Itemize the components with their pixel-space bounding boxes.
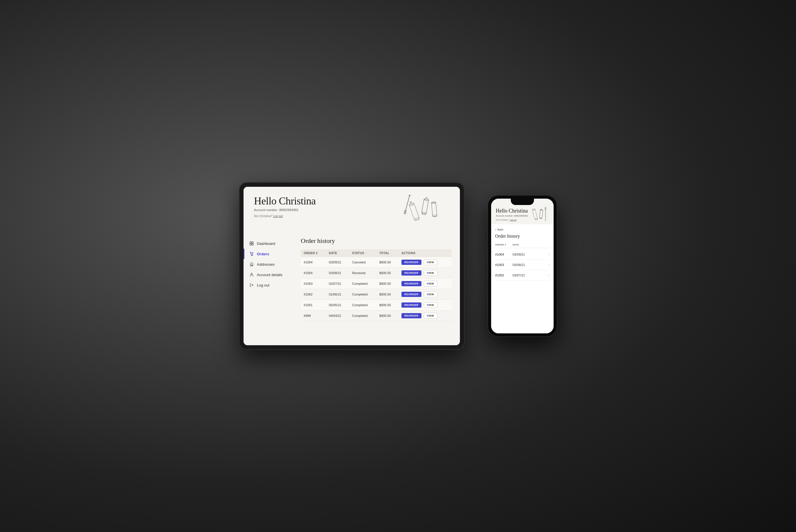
phone-notch: [511, 198, 534, 205]
phone-back-button[interactable]: ‹ Back: [495, 228, 550, 231]
phone-order-number: #1003: [495, 263, 513, 267]
cell-order: #1002: [301, 289, 326, 300]
phone-list-item[interactable]: #1004 03/09/21 ›: [495, 249, 550, 260]
sidebar-label-orders: Orders: [257, 252, 269, 256]
cell-status: Canceled: [349, 257, 376, 268]
sidebar-item-orders[interactable]: Orders: [243, 249, 293, 259]
tablet-page-title: Order history: [301, 237, 452, 245]
reorder-button[interactable]: REORDER: [402, 313, 422, 318]
view-button[interactable]: VIEW: [424, 291, 437, 297]
cell-total: $900.50: [376, 279, 399, 289]
tablet-body: Dashboard Orders: [243, 232, 460, 345]
cell-date: 03/09/21: [326, 257, 349, 268]
phone-illustration: [528, 207, 551, 224]
cell-total: $900.50: [376, 289, 399, 300]
sidebar-label-dashboard: Dashboard: [257, 242, 275, 246]
chevron-right-icon: ›: [549, 252, 550, 256]
cell-order: #1003: [301, 279, 326, 289]
cart-icon: [249, 251, 254, 256]
phone-logout-link[interactable]: Log out: [510, 219, 516, 221]
table-row: #1002 01/06/21 Completed $900.50 REORDER…: [301, 289, 452, 300]
phone-col-date-header: DATE: [513, 244, 550, 246]
table-header-row: ORDER # DATE STATUS TOTAL ACTIONS: [301, 249, 452, 257]
cell-actions: REORDER VIEW: [399, 268, 452, 279]
sidebar-label-logout: Log out: [257, 283, 269, 287]
svg-rect-1: [414, 217, 419, 221]
tablet-logout-link[interactable]: Log out: [273, 214, 283, 218]
col-actions: ACTIONS: [399, 249, 452, 257]
sidebar-item-addresses[interactable]: Addresses: [243, 259, 293, 269]
view-button[interactable]: VIEW: [424, 313, 437, 319]
col-date: DATE: [326, 249, 349, 257]
table-row: #999 04/04/21 Completed $900.50 REORDER …: [301, 310, 452, 321]
tablet-not-you: Not Christina? Log out: [254, 214, 316, 218]
phone-order-date: 03/07/21: [513, 273, 549, 277]
view-button[interactable]: VIEW: [424, 281, 437, 287]
reorder-button[interactable]: REORDER: [402, 260, 422, 265]
sidebar-label-addresses: Addresses: [257, 262, 275, 267]
view-button[interactable]: VIEW: [424, 259, 437, 265]
phone-col-order-header: ORDER #: [495, 244, 513, 246]
cell-date: 04/04/21: [326, 310, 349, 321]
reorder-button[interactable]: REORDER: [402, 281, 422, 286]
cell-total: $900.50: [376, 257, 399, 268]
cell-status: Completed: [349, 300, 376, 310]
grid-icon: [249, 241, 254, 246]
cell-status: Completed: [349, 279, 376, 289]
sidebar-label-account-details: Account details: [257, 273, 282, 277]
sidebar: Dashboard Orders: [243, 232, 293, 345]
sidebar-item-logout[interactable]: Log out: [243, 280, 293, 290]
reorder-button[interactable]: REORDER: [402, 270, 422, 276]
svg-point-21: [251, 273, 253, 275]
svg-line-8: [426, 197, 427, 198]
phone-order-number: #1002: [495, 273, 513, 277]
svg-rect-0: [409, 204, 420, 220]
svg-rect-5: [422, 199, 428, 214]
col-total: TOTAL: [376, 249, 399, 257]
phone-order-date: 03/08/21: [513, 263, 549, 267]
tablet-frame: Hello Christina Account number: 38902984…: [239, 182, 464, 350]
reorder-button[interactable]: REORDER: [402, 302, 422, 308]
chevron-right-icon: ›: [549, 273, 550, 277]
svg-rect-6: [422, 212, 426, 214]
tablet-header-left: Hello Christina Account number: 38902984…: [254, 195, 316, 218]
cell-order: #1004: [301, 257, 326, 268]
sidebar-item-dashboard[interactable]: Dashboard: [243, 238, 293, 249]
svg-point-20: [252, 255, 253, 255]
table-row: #1003 02/07/21 Completed $900.50 REORDER…: [301, 279, 452, 289]
cell-order: #1001: [301, 300, 326, 310]
svg-rect-16: [252, 242, 253, 243]
cell-date: 05/05/21: [326, 300, 349, 310]
svg-rect-17: [250, 244, 251, 245]
phone-frame: Hello Christina Account number: 38902984…: [488, 195, 557, 337]
chevron-left-icon: ‹: [495, 228, 496, 231]
reorder-button[interactable]: REORDER: [402, 292, 422, 297]
sidebar-item-account-details[interactable]: Account details: [243, 269, 293, 280]
phone-body: ‹ Back Order history ORDER # DATE #1004 …: [491, 224, 554, 334]
tablet-greeting: Hello Christina: [254, 195, 316, 207]
view-button[interactable]: VIEW: [424, 270, 437, 276]
cell-total: $900.50: [376, 310, 399, 321]
phone-list-item[interactable]: #1002 03/07/21 ›: [495, 270, 550, 281]
tablet-screen: Hello Christina Account number: 38902984…: [243, 187, 460, 345]
phone-table-header: ORDER # DATE: [495, 242, 550, 248]
cell-date: 03/08/21: [326, 268, 349, 279]
cell-order: #1004: [301, 268, 326, 279]
order-table: ORDER # DATE STATUS TOTAL ACTIONS #1004 …: [301, 249, 452, 321]
svg-rect-26: [539, 210, 543, 218]
scene: Hello Christina Account number: 38902984…: [239, 182, 557, 350]
cell-status: Completed: [349, 310, 376, 321]
cell-actions: REORDER VIEW: [399, 289, 452, 300]
tablet-illustration: [397, 195, 449, 227]
phone-screen: Hello Christina Account number: 38902984…: [491, 198, 554, 334]
user-icon: [249, 272, 254, 277]
table-row: #1004 03/08/21 Received $900.50 REORDER …: [301, 268, 452, 279]
view-button[interactable]: VIEW: [424, 302, 437, 308]
col-status: STATUS: [349, 249, 376, 257]
phone-page-title: Order history: [495, 234, 550, 239]
svg-point-19: [251, 255, 252, 255]
phone-list-item[interactable]: #1003 03/08/21 ›: [495, 260, 550, 270]
cell-total: $900.50: [376, 268, 399, 279]
cell-actions: REORDER VIEW: [399, 300, 452, 310]
svg-point-13: [408, 195, 412, 196]
